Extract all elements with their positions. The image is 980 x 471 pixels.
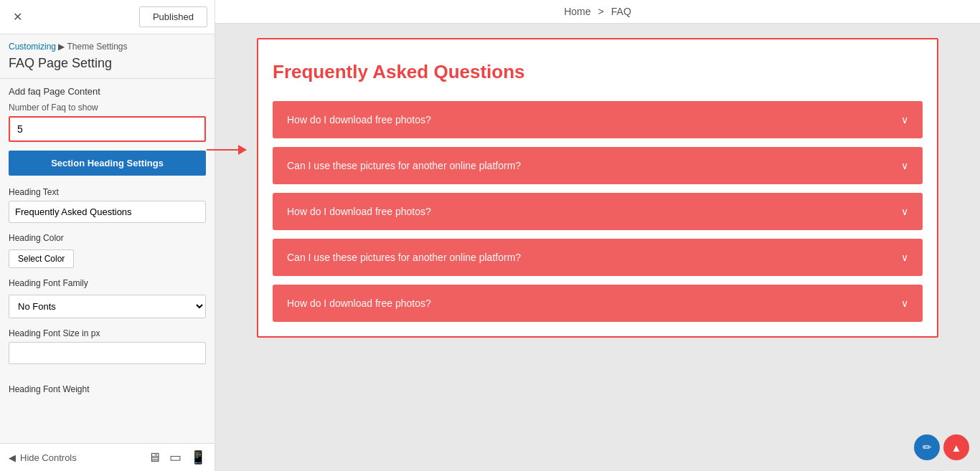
red-arrow <box>207 145 247 155</box>
faq-number-input[interactable] <box>11 119 203 139</box>
arrow-head <box>238 145 247 155</box>
faq-title: Frequently Asked Questions <box>273 61 923 83</box>
breadcrumb: Customizing ▶ Theme Settings <box>0 34 215 54</box>
chevron-left-icon: ◀ <box>9 452 16 463</box>
breadcrumb-separator: ▶ <box>56 42 67 52</box>
main-content: Frequently Asked Questions How do I down… <box>215 24 980 471</box>
nav-separator: > <box>598 6 604 17</box>
font-family-select[interactable]: No Fonts <box>9 295 206 318</box>
published-button[interactable]: Published <box>139 6 207 27</box>
faq-chevron-2: ∨ <box>901 160 908 171</box>
faq-item[interactable]: How do I download free photos? ∨ <box>273 193 923 230</box>
content-area: Home > FAQ Frequently Asked Questions Ho… <box>215 0 980 471</box>
breadcrumb-customizing[interactable]: Customizing <box>9 42 56 52</box>
pencil-button[interactable]: ✏ <box>914 434 940 460</box>
faq-question-2: Can I use these pictures for another onl… <box>287 160 521 171</box>
close-button[interactable]: ✕ <box>7 7 27 27</box>
heading-text-input[interactable] <box>9 201 206 223</box>
top-nav: Home > FAQ <box>215 0 980 24</box>
font-weight-section: Heading Font Weight <box>9 384 206 394</box>
font-size-section: Heading Font Size in px <box>9 328 206 374</box>
faq-question-3: How do I download free photos? <box>287 206 431 217</box>
faq-chevron-4: ∨ <box>901 252 908 263</box>
section-heading-button[interactable]: Section Heading Settings <box>9 151 206 176</box>
desktop-icon[interactable]: 🖥 <box>148 450 161 465</box>
hide-controls[interactable]: ◀ Hide Controls <box>9 452 77 463</box>
bottom-right-buttons: ✏ ▲ <box>914 434 969 460</box>
font-family-label: Heading Font Family <box>9 278 206 288</box>
font-size-input[interactable] <box>9 342 206 364</box>
heading-color-section: Heading Color Select Color <box>9 233 206 268</box>
hide-controls-label: Hide Controls <box>20 452 77 463</box>
faq-container: Frequently Asked Questions How do I down… <box>257 38 938 338</box>
faq-question-1: How do I download free photos? <box>287 114 431 125</box>
tablet-icon[interactable]: ▭ <box>169 449 182 465</box>
sidebar-content: Add faq Page Content Number of Faq to sh… <box>0 79 215 443</box>
faq-number-box <box>9 116 206 142</box>
faq-item[interactable]: How do I download free photos? ∨ <box>273 101 923 138</box>
faq-item[interactable]: Can I use these pictures for another onl… <box>273 239 923 276</box>
heading-color-label: Heading Color <box>9 233 206 243</box>
arrow-line <box>207 149 238 151</box>
font-size-label: Heading Font Size in px <box>9 328 206 338</box>
add-content-label: Add faq Page Content <box>9 86 206 97</box>
faq-question-4: Can I use these pictures for another onl… <box>287 252 521 263</box>
breadcrumb-theme-settings: Theme Settings <box>67 42 127 52</box>
faq-item[interactable]: Can I use these pictures for another onl… <box>273 147 923 184</box>
nav-current: FAQ <box>611 6 631 17</box>
page-title: FAQ Page Setting <box>0 54 215 79</box>
font-weight-label: Heading Font Weight <box>9 384 206 394</box>
faq-question-5: How do I download free photos? <box>287 298 431 309</box>
faq-chevron-5: ∨ <box>901 298 908 309</box>
select-color-button[interactable]: Select Color <box>9 249 74 268</box>
font-family-section: Heading Font Family No Fonts <box>9 278 206 318</box>
heading-text-label: Heading Text <box>9 187 206 197</box>
sidebar: ✕ Published Customizing ▶ Theme Settings… <box>0 0 215 471</box>
nav-home[interactable]: Home <box>564 6 590 17</box>
device-icons: 🖥 ▭ 📱 <box>148 449 206 465</box>
faq-number-label: Number of Faq to show <box>9 103 206 113</box>
faq-chevron-1: ∨ <box>901 114 908 125</box>
faq-item[interactable]: How do I download free photos? ∨ <box>273 285 923 322</box>
mobile-icon[interactable]: 📱 <box>190 449 206 465</box>
faq-chevron-3: ∨ <box>901 206 908 217</box>
scroll-up-button[interactable]: ▲ <box>943 434 969 460</box>
sidebar-header: ✕ Published <box>0 0 215 34</box>
sidebar-footer: ◀ Hide Controls 🖥 ▭ 📱 <box>0 443 215 471</box>
